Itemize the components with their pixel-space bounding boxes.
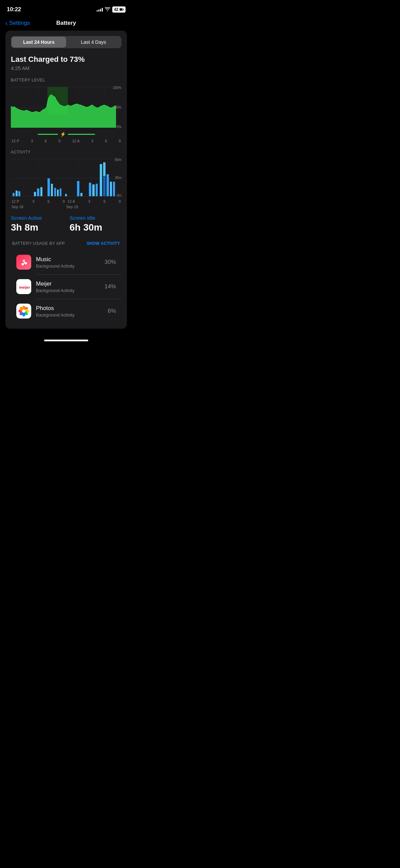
back-button[interactable]: ‹ Settings	[5, 20, 30, 26]
svg-rect-26	[18, 191, 20, 196]
svg-rect-50	[22, 260, 25, 261]
meijer-app-icon: meijer	[16, 279, 31, 294]
svg-rect-27	[34, 192, 36, 196]
svg-rect-24	[13, 193, 15, 196]
activity-time-12p: 12 P	[12, 199, 19, 203]
activity-y-label-30: 30m	[115, 176, 121, 180]
time-label-12p: 12 P	[12, 139, 19, 143]
svg-rect-49	[24, 259, 25, 264]
back-label: Settings	[9, 20, 30, 26]
status-bar: 10:22 42	[0, 0, 132, 17]
charge-line-left	[38, 134, 58, 135]
activity-time-3-2: 3	[88, 199, 90, 203]
svg-rect-40	[96, 184, 98, 196]
battery-y-label-50: 50%	[113, 106, 121, 109]
tab-24h[interactable]: Last 24 Hours	[12, 37, 66, 48]
screen-idle-stat: Screen Idle 6h 30m	[70, 215, 121, 233]
svg-rect-32	[54, 188, 56, 196]
app-item-music[interactable]: Music Background Activity 30%	[11, 250, 121, 274]
screen-active-value: 3h 8m	[11, 222, 63, 233]
battery-y-label-0: 0%	[113, 125, 121, 129]
activity-chart	[11, 157, 126, 198]
svg-rect-44	[107, 174, 109, 196]
music-app-icon	[16, 255, 31, 270]
tab-4d[interactable]: Last 4 Days	[66, 37, 121, 48]
app-item-photos[interactable]: Photos Background Activity 6%	[11, 299, 121, 323]
svg-rect-25	[16, 191, 18, 196]
page-title: Battery	[56, 20, 76, 26]
main-content: Last 24 Hours Last 4 Days Last Charged t…	[0, 31, 132, 329]
svg-rect-39	[92, 184, 95, 196]
activity-y-label-60: 60m	[115, 158, 121, 162]
battery-indicator: 42	[112, 6, 126, 13]
svg-rect-36	[77, 181, 79, 196]
svg-rect-2	[120, 9, 122, 11]
battery-y-label-100: 100%	[113, 86, 121, 90]
time-label-9b: 9	[119, 139, 121, 143]
battery-level-label: BATTERY LEVEL	[11, 78, 121, 83]
charge-line-right	[68, 134, 95, 135]
music-app-usage: 30%	[104, 259, 116, 266]
activity-time-9-1: 9	[63, 199, 65, 203]
time-label-6a: 6	[44, 139, 46, 143]
lightning-icon: ⚡	[60, 131, 66, 137]
activity-chart-wrapper: 60m 30m 0m	[11, 157, 121, 198]
activity-time-6-1: 6	[47, 199, 50, 203]
svg-point-62	[22, 309, 25, 313]
show-activity-button[interactable]: SHOW ACTIVITY	[87, 241, 120, 246]
home-indicator	[0, 336, 132, 344]
photos-app-name: Photos	[36, 305, 108, 312]
svg-rect-38	[89, 183, 91, 196]
charging-indicator: ⚡	[11, 131, 121, 137]
activity-label: ACTIVITY	[11, 150, 121, 155]
music-app-info: Music Background Activity	[36, 256, 104, 269]
music-app-subtitle: Background Activity	[36, 264, 104, 269]
date-sep18: Sep 18	[12, 205, 23, 209]
battery-usage-label: BATTERY USAGE BY APP	[12, 241, 65, 246]
svg-rect-30	[47, 178, 50, 196]
svg-rect-28	[37, 188, 39, 196]
signal-icon	[97, 7, 103, 12]
battery-card: Last 24 Hours Last 4 Days Last Charged t…	[5, 31, 127, 329]
svg-point-47	[22, 263, 24, 266]
screen-idle-value: 6h 30m	[70, 222, 121, 233]
app-item-meijer[interactable]: meijer Meijer Background Activity 14%	[11, 274, 121, 299]
activity-y-label-0: 0m	[115, 194, 121, 197]
date-group-sep18: 12 P 3 6 9 Sep 18	[12, 199, 66, 210]
screen-active-label: Screen Active	[11, 215, 63, 221]
activity-time-9-2: 9	[119, 199, 121, 203]
screen-active-stat: Screen Active 3h 8m	[11, 215, 63, 233]
svg-rect-41	[100, 164, 102, 196]
home-bar	[44, 340, 88, 341]
time-label-3a: 3	[31, 139, 33, 143]
svg-rect-37	[80, 193, 82, 196]
battery-usage-header: BATTERY USAGE BY APP SHOW ACTIVITY	[11, 241, 121, 250]
time-label-12a: 12 A	[72, 139, 79, 143]
meijer-app-info: Meijer Background Activity	[36, 281, 104, 293]
date-group-sep19: 12 A 3 6 9 Sep 19	[66, 199, 121, 210]
wifi-icon	[105, 7, 110, 12]
screen-stats: Screen Active 3h 8m Screen Idle 6h 30m	[11, 215, 121, 233]
battery-time-axis: 12 P 3 6 9 12 A 3 6 9	[11, 139, 121, 143]
activity-time-6-2: 6	[103, 199, 106, 203]
status-time: 10:22	[7, 6, 21, 13]
battery-level: 42	[114, 7, 118, 12]
last-charged-title: Last Charged to 73%	[11, 55, 121, 64]
meijer-app-subtitle: Background Activity	[36, 288, 104, 293]
svg-text:meijer: meijer	[19, 285, 30, 289]
date-sep19: Sep 19	[66, 205, 78, 209]
svg-rect-43	[103, 162, 106, 176]
time-label-9a: 9	[58, 139, 60, 143]
svg-point-48	[25, 262, 27, 265]
meijer-app-name: Meijer	[36, 281, 104, 287]
svg-rect-1	[123, 9, 124, 10]
photos-app-subtitle: Background Activity	[36, 312, 108, 318]
activity-date-axis: 12 P 3 6 9 Sep 18 12 A 3 6 9 Sep 19	[11, 198, 121, 210]
music-app-name: Music	[36, 256, 104, 263]
svg-rect-34	[60, 188, 61, 196]
app-list: Music Background Activity 30% meijer	[11, 250, 121, 323]
period-tabs: Last 24 Hours Last 4 Days	[11, 36, 121, 48]
back-chevron-icon: ‹	[5, 20, 8, 26]
nav-bar: ‹ Settings Battery	[0, 17, 132, 31]
photos-app-info: Photos Background Activity	[36, 305, 108, 318]
